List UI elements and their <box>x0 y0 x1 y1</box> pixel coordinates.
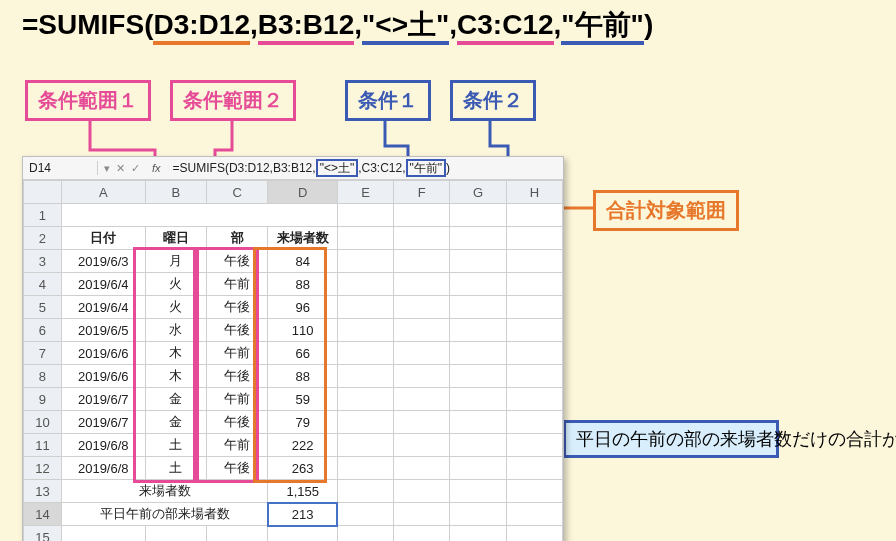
spreadsheet-grid[interactable]: A B C D E F G H 1 マキシリゾート 来場者数一覧 2 日付 曜日… <box>23 180 563 541</box>
header-row: 2 日付 曜日 部 来場者数 <box>24 227 563 250</box>
cell-date[interactable]: 2019/6/5 <box>61 319 145 342</box>
excel-window: D14 ▾ ✕ ✓ fx =SUMIFS(D3:D12,B3:B12,"<>土"… <box>22 156 564 541</box>
col-E[interactable]: E <box>337 181 393 204</box>
col-F[interactable]: F <box>394 181 450 204</box>
dropdown-icon[interactable]: ▾ <box>104 162 110 175</box>
row-14[interactable]: 14 <box>24 503 62 526</box>
row-11[interactable]: 11 <box>24 434 62 457</box>
row-5[interactable]: 5 <box>24 296 62 319</box>
cell-visitors[interactable]: 96 <box>268 296 338 319</box>
cell-part[interactable]: 午後 <box>207 319 268 342</box>
row-7[interactable]: 7 <box>24 342 62 365</box>
cell-day[interactable]: 月 <box>145 250 206 273</box>
fx-tools: ▾ ✕ ✓ fx <box>98 162 167 175</box>
row-1[interactable]: 1 <box>24 204 62 227</box>
cell-visitors[interactable]: 59 <box>268 388 338 411</box>
formula-crit1: "<>土" <box>362 9 449 45</box>
cell-day[interactable]: 木 <box>145 342 206 365</box>
col-A[interactable]: A <box>61 181 145 204</box>
formula-crit-range1: B3:B12 <box>258 9 354 45</box>
cancel-icon[interactable]: ✕ <box>116 162 125 175</box>
col-C[interactable]: C <box>207 181 268 204</box>
sum-label[interactable]: 来場者数 <box>61 480 268 503</box>
row-3[interactable]: 3 <box>24 250 62 273</box>
cell-visitors[interactable]: 110 <box>268 319 338 342</box>
confirm-icon[interactable]: ✓ <box>131 162 140 175</box>
cell-date[interactable]: 2019/6/6 <box>61 342 145 365</box>
fx-icon[interactable]: fx <box>152 162 161 174</box>
row-15[interactable]: 15 <box>24 526 62 542</box>
cell-date[interactable]: 2019/6/6 <box>61 365 145 388</box>
table-row: 102019/6/7金午後79 <box>24 411 563 434</box>
sum-row: 13 来場者数 1,155 <box>24 480 563 503</box>
select-all[interactable] <box>24 181 62 204</box>
col-H[interactable]: H <box>506 181 562 204</box>
cell-visitors[interactable]: 88 <box>268 365 338 388</box>
formula-crit-range2: C3:C12 <box>457 9 553 45</box>
cell-day[interactable]: 土 <box>145 434 206 457</box>
tag-crit-range1: 条件範囲１ <box>25 80 151 121</box>
cell-part[interactable]: 午前 <box>207 434 268 457</box>
col-D[interactable]: D <box>268 181 338 204</box>
cell-date[interactable]: 2019/6/7 <box>61 411 145 434</box>
cell-visitors[interactable]: 222 <box>268 434 338 457</box>
cell-date[interactable]: 2019/6/4 <box>61 273 145 296</box>
cell-part[interactable]: 午後 <box>207 457 268 480</box>
cell-part[interactable]: 午前 <box>207 273 268 296</box>
cell-day[interactable]: 水 <box>145 319 206 342</box>
row-2[interactable]: 2 <box>24 227 62 250</box>
table-row: 122019/6/8土午後263 <box>24 457 563 480</box>
cell-date[interactable]: 2019/6/8 <box>61 434 145 457</box>
cell-day[interactable]: 金 <box>145 388 206 411</box>
title-cell[interactable]: マキシリゾート 来場者数一覧 <box>61 204 337 227</box>
h-part[interactable]: 部 <box>207 227 268 250</box>
formula-bar[interactable]: =SUMIFS(D3:D12,B3:B12,"<>土",C3:C12,"午前") <box>167 160 563 177</box>
cell-part[interactable]: 午前 <box>207 388 268 411</box>
cell-visitors[interactable]: 84 <box>268 250 338 273</box>
cell-date[interactable]: 2019/6/8 <box>61 457 145 480</box>
col-B[interactable]: B <box>145 181 206 204</box>
cell-date[interactable]: 2019/6/3 <box>61 250 145 273</box>
formula-heading: =SUMIFS(D3:D12,B3:B12,"<>土",C3:C12,"午前") <box>22 6 653 44</box>
cell-visitors[interactable]: 66 <box>268 342 338 365</box>
tag-note: 平日の午前の部の来場者数だけの合計が求められた <box>563 420 779 458</box>
formula-sum-range: D3:D12 <box>153 9 249 45</box>
h-day[interactable]: 曜日 <box>145 227 206 250</box>
h-date[interactable]: 日付 <box>61 227 145 250</box>
weekday-row: 14 平日午前の部来場者数 213 <box>24 503 563 526</box>
row-12[interactable]: 12 <box>24 457 62 480</box>
h-visitors[interactable]: 来場者数 <box>268 227 338 250</box>
name-box[interactable]: D14 <box>23 161 98 175</box>
fbar-box2: "午前" <box>406 159 447 177</box>
cell-part[interactable]: 午後 <box>207 250 268 273</box>
weekday-value[interactable]: 213 <box>268 503 338 526</box>
tag-sum-range: 合計対象範囲 <box>593 190 739 231</box>
cell-day[interactable]: 火 <box>145 296 206 319</box>
table-row: 82019/6/6木午後88 <box>24 365 563 388</box>
cell-day[interactable]: 土 <box>145 457 206 480</box>
row-9[interactable]: 9 <box>24 388 62 411</box>
cell-day[interactable]: 木 <box>145 365 206 388</box>
cell-day[interactable]: 金 <box>145 411 206 434</box>
row-4[interactable]: 4 <box>24 273 62 296</box>
cell-part[interactable]: 午後 <box>207 411 268 434</box>
cell-day[interactable]: 火 <box>145 273 206 296</box>
row-6[interactable]: 6 <box>24 319 62 342</box>
weekday-label[interactable]: 平日午前の部来場者数 <box>61 503 268 526</box>
sum-value[interactable]: 1,155 <box>268 480 338 503</box>
cell-part[interactable]: 午前 <box>207 342 268 365</box>
cell-visitors[interactable]: 263 <box>268 457 338 480</box>
row-10[interactable]: 10 <box>24 411 62 434</box>
cell-date[interactable]: 2019/6/4 <box>61 296 145 319</box>
cell-part[interactable]: 午後 <box>207 365 268 388</box>
row-8[interactable]: 8 <box>24 365 62 388</box>
cell-date[interactable]: 2019/6/7 <box>61 388 145 411</box>
cell-visitors[interactable]: 79 <box>268 411 338 434</box>
table-row: 32019/6/3月午後84 <box>24 250 563 273</box>
formula-close: ) <box>644 9 653 40</box>
cell-visitors[interactable]: 88 <box>268 273 338 296</box>
row-13[interactable]: 13 <box>24 480 62 503</box>
cell-part[interactable]: 午後 <box>207 296 268 319</box>
col-G[interactable]: G <box>450 181 506 204</box>
tag-crit1: 条件１ <box>345 80 431 121</box>
